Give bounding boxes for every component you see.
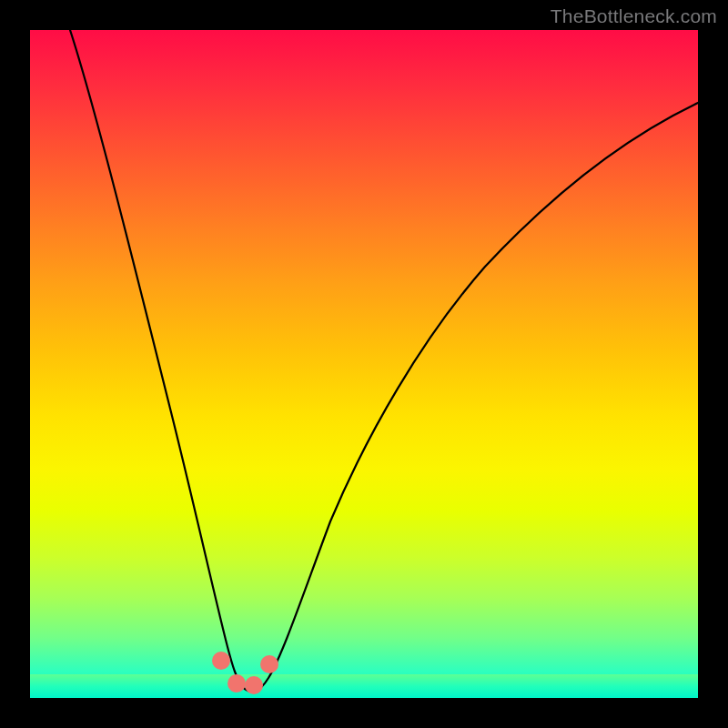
marker-dot [245, 676, 263, 694]
marker-dot [260, 655, 278, 673]
watermark-text: TheBottleneck.com [551, 5, 717, 27]
marker-dot [228, 674, 246, 693]
curve-path [70, 30, 698, 692]
chart-frame: TheBottleneck.com [0, 0, 728, 728]
plot-area [30, 30, 698, 698]
marker-dot [212, 652, 230, 670]
bottleneck-curve [30, 30, 698, 698]
